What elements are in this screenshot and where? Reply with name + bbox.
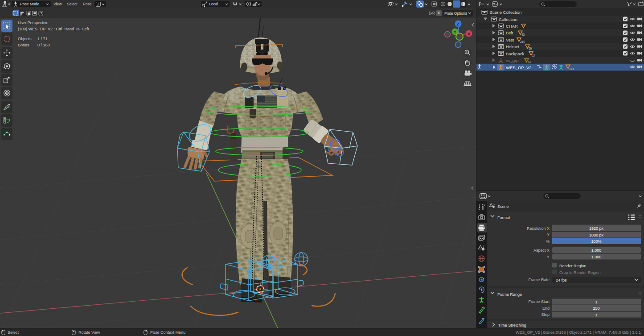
svg-text:24 fps: 24 fps xyxy=(556,278,567,282)
svg-text:Vest: Vest xyxy=(506,37,514,42)
svg-text:Render Region: Render Region xyxy=(559,264,587,268)
svg-text:1080 px: 1080 px xyxy=(589,233,604,237)
svg-text:Collection: Collection xyxy=(499,17,517,22)
svg-text:Bones: Bones xyxy=(18,43,29,47)
svg-text:Frame Rate: Frame Rate xyxy=(528,278,550,282)
svg-text:1.000: 1.000 xyxy=(591,248,602,253)
svg-text:X: X xyxy=(468,32,470,36)
svg-text:Scene Collection: Scene Collection xyxy=(490,10,521,15)
svg-text:1 / 71: 1 / 71 xyxy=(37,37,48,41)
svg-text:%: % xyxy=(546,239,550,244)
svg-text:1: 1 xyxy=(595,300,597,304)
svg-text:Frame Range: Frame Range xyxy=(497,292,522,297)
svg-text:Z: Z xyxy=(457,22,459,26)
svg-text:Time Stretching: Time Stretching xyxy=(498,323,526,328)
svg-text:Scene: Scene xyxy=(497,204,509,209)
svg-text:Aspect X: Aspect X xyxy=(533,248,550,253)
svg-text:56: 56 xyxy=(529,47,532,50)
svg-text:Resolution X: Resolution X xyxy=(527,226,550,231)
svg-text:24: 24 xyxy=(528,61,531,64)
svg-text:Belt: Belt xyxy=(506,30,513,35)
svg-text:171: 171 xyxy=(569,67,574,71)
svg-text:250: 250 xyxy=(520,40,525,43)
svg-text:Frame Start: Frame Start xyxy=(528,299,550,304)
svg-text:Y: Y xyxy=(454,30,456,34)
svg-text:Step: Step xyxy=(541,312,550,317)
svg-text:End: End xyxy=(542,306,550,311)
svg-text:1: 1 xyxy=(595,313,597,317)
svg-text:(109) WES_OP_V2 : Ctrl_Hand_IK: (109) WES_OP_V2 : Ctrl_Hand_IK_Left xyxy=(18,27,89,31)
svg-text:WES_OP_V2: WES_OP_V2 xyxy=(506,65,532,70)
svg-text:Y: Y xyxy=(547,255,550,259)
svg-text:1.000: 1.000 xyxy=(591,255,602,259)
svg-text:14: 14 xyxy=(532,54,536,57)
svg-text:cs_grp: cs_grp xyxy=(506,58,519,63)
svg-text:Helmet: Helmet xyxy=(506,44,519,49)
svg-text:250: 250 xyxy=(593,306,599,311)
svg-text:100%: 100% xyxy=(591,239,601,244)
svg-text:User Perspective: User Perspective xyxy=(18,21,49,25)
svg-text:Backpack: Backpack xyxy=(506,51,524,56)
svg-text:Y: Y xyxy=(547,232,550,237)
svg-text:43: 43 xyxy=(521,33,525,36)
svg-text:Crop to Render Region: Crop to Render Region xyxy=(559,270,601,275)
svg-text:0 / 168: 0 / 168 xyxy=(37,43,50,47)
svg-text:Format: Format xyxy=(497,216,510,220)
svg-text:CHAR: CHAR xyxy=(506,24,518,29)
svg-text:1920 px: 1920 px xyxy=(589,226,604,231)
svg-text:Objects: Objects xyxy=(18,37,32,41)
